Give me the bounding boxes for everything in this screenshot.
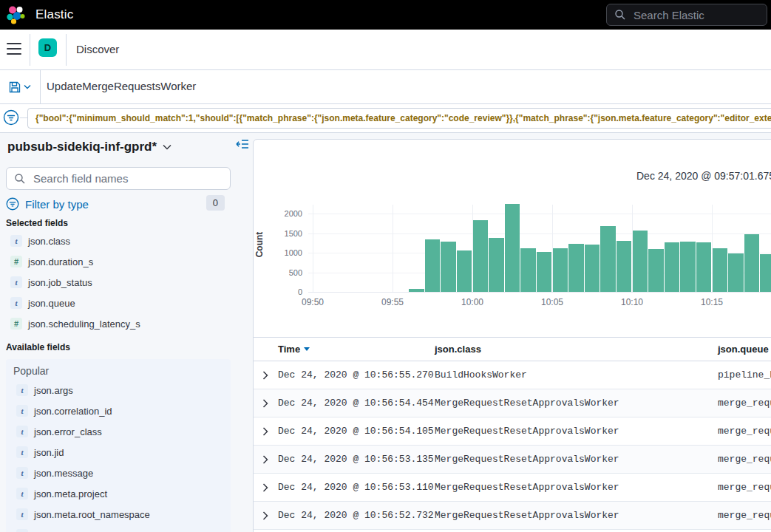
histogram-bar[interactable] (441, 242, 456, 292)
histogram-bar[interactable] (489, 238, 504, 292)
expand-row-icon[interactable] (261, 483, 270, 492)
cell-json-queue: merge_request_reset_approvals (718, 510, 771, 521)
field-name: json.meta.user (34, 530, 97, 532)
field-item[interactable]: tjson.meta.project (6, 483, 242, 504)
discover-app-badge[interactable]: D (38, 38, 57, 57)
filter-by-type-button[interactable]: Filter by type 0 (6, 195, 231, 213)
histogram-bar[interactable] (760, 254, 771, 292)
breadcrumb[interactable]: Discover (76, 43, 119, 55)
histogram-bar[interactable] (665, 242, 680, 292)
filter-bar: {"bool":{"minimum_should_match":1,"shoul… (0, 104, 771, 133)
selected-fields-heading: Selected fields (6, 218, 68, 228)
expand-row-icon[interactable] (261, 427, 270, 436)
field-item[interactable]: tjson.error_class (6, 421, 242, 442)
number-field-icon: # (10, 256, 22, 267)
chart-y-axis-title: Count (254, 200, 265, 289)
field-item[interactable]: tjson.queue (0, 293, 237, 313)
column-header-json-queue[interactable]: json.queue (718, 344, 769, 355)
histogram-bar[interactable] (473, 220, 489, 292)
field-name: json.duration_s (28, 256, 93, 267)
x-axis-tick-label: 10:05 (536, 297, 568, 307)
expand-row-icon[interactable] (261, 371, 270, 380)
field-item[interactable]: tjson.meta.user (6, 525, 242, 532)
histogram-bar[interactable] (744, 234, 760, 292)
nav-divider (30, 34, 30, 66)
save-icon (9, 81, 21, 93)
expand-row-icon[interactable] (261, 455, 270, 464)
expand-row-icon[interactable] (261, 511, 270, 520)
save-query-button[interactable] (0, 70, 41, 103)
histogram-bar[interactable] (425, 239, 441, 292)
histogram-bar[interactable] (728, 253, 744, 292)
table-row: Dec 24, 2020 @ 10:56:54.454MergeRequestR… (254, 389, 771, 417)
field-name: json.scheduling_latency_s (28, 318, 140, 330)
query-input[interactable]: UpdateMergeRequestsWorker (47, 80, 196, 92)
field-item[interactable]: tjson.job_status (0, 272, 237, 293)
histogram-bar[interactable] (568, 244, 584, 292)
global-search-input[interactable] (632, 8, 761, 22)
x-axis-tick-label: 10:00 (456, 297, 489, 307)
histogram-bar[interactable] (617, 241, 632, 292)
column-header-json-class[interactable]: json.class (435, 344, 481, 355)
time-range-label: Dec 24, 2020 @ 09:57:01.675 (636, 170, 771, 182)
x-axis-tick-label: 10:10 (616, 297, 648, 307)
field-name: json.job_status (28, 277, 92, 288)
global-search[interactable] (606, 4, 767, 26)
histogram-bar[interactable] (553, 248, 568, 292)
nav-divider (66, 34, 67, 66)
histogram-bar[interactable] (680, 242, 696, 292)
column-header-time[interactable]: Time (278, 344, 310, 355)
discover-main-panel: Dec 24, 2020 @ 09:57:01.675 Count 050010… (253, 139, 771, 532)
field-item[interactable]: tjson.meta.root_namespace (6, 504, 242, 525)
filter-pill-label: {"bool":{"minimum_should_match":1,"shoul… (35, 113, 771, 123)
field-name: json.class (28, 236, 70, 247)
y-axis-tick-label: 1500 (273, 229, 302, 238)
y-axis-tick-label: 0 (273, 287, 302, 296)
field-search-input[interactable] (32, 171, 212, 185)
histogram-bar[interactable] (585, 245, 600, 292)
histogram-bar[interactable] (648, 249, 664, 292)
histogram-bar[interactable] (457, 250, 472, 292)
field-name: json.queue (28, 298, 75, 309)
chart-gridline (308, 214, 771, 214)
menu-hamburger-icon[interactable] (7, 43, 21, 55)
histogram-bar[interactable] (633, 231, 648, 292)
filter-count-badge: 0 (206, 195, 225, 211)
filter-menu-icon[interactable] (3, 109, 19, 126)
field-item[interactable]: tjson.correlation_id (6, 400, 242, 421)
expand-row-icon[interactable] (261, 399, 270, 408)
histogram-bar[interactable] (696, 242, 712, 292)
field-search[interactable] (6, 167, 231, 190)
cell-time: Dec 24, 2020 @ 10:56:55.270 (278, 369, 434, 381)
index-pattern-selector[interactable]: pubsub-sidekiq-inf-gprd* (7, 140, 171, 154)
histogram-bar[interactable] (600, 226, 616, 292)
elastic-logo-icon (6, 5, 25, 24)
histogram-bar[interactable] (713, 248, 728, 292)
field-item[interactable]: tjson.args (6, 380, 242, 400)
cell-time: Dec 24, 2020 @ 10:56:53.110 (278, 482, 434, 493)
histogram-bar[interactable] (537, 252, 552, 292)
field-item[interactable]: tjson.message (6, 463, 242, 483)
cell-time: Dec 24, 2020 @ 10:56:54.105 (278, 426, 434, 437)
filter-pill[interactable]: {"bool":{"minimum_should_match":1,"shoul… (27, 108, 771, 129)
field-item[interactable]: tjson.class (0, 231, 237, 251)
histogram-bar[interactable] (409, 289, 424, 292)
histogram-bar[interactable] (505, 204, 520, 292)
cell-time: Dec 24, 2020 @ 10:56:53.135 (278, 454, 434, 465)
field-item[interactable]: #json.duration_s (0, 251, 237, 272)
histogram-bar[interactable] (520, 248, 536, 292)
field-name: json.meta.root_namespace (34, 509, 150, 520)
field-name: json.args (34, 385, 73, 396)
documents-table: Dec 24, 2020 @ 10:56:55.270BuildHooksWor… (254, 361, 771, 530)
cell-json-queue: merge_request_reset_approvals (718, 426, 771, 437)
field-name: json.error_class (34, 426, 102, 437)
table-row: Dec 24, 2020 @ 10:56:55.270BuildHooksWor… (254, 361, 771, 389)
field-item[interactable]: tjson.jid (6, 442, 242, 463)
collapse-sidebar-icon[interactable] (236, 138, 249, 150)
x-axis-tick-label: 09:50 (296, 297, 329, 307)
y-axis-tick-label: 500 (273, 268, 302, 277)
field-item[interactable]: #json.scheduling_latency_s (0, 313, 237, 334)
string-field-icon: t (16, 446, 28, 458)
chart-gridline (308, 233, 771, 234)
cell-json-class: MergeRequestResetApprovalsWorker (435, 398, 619, 409)
